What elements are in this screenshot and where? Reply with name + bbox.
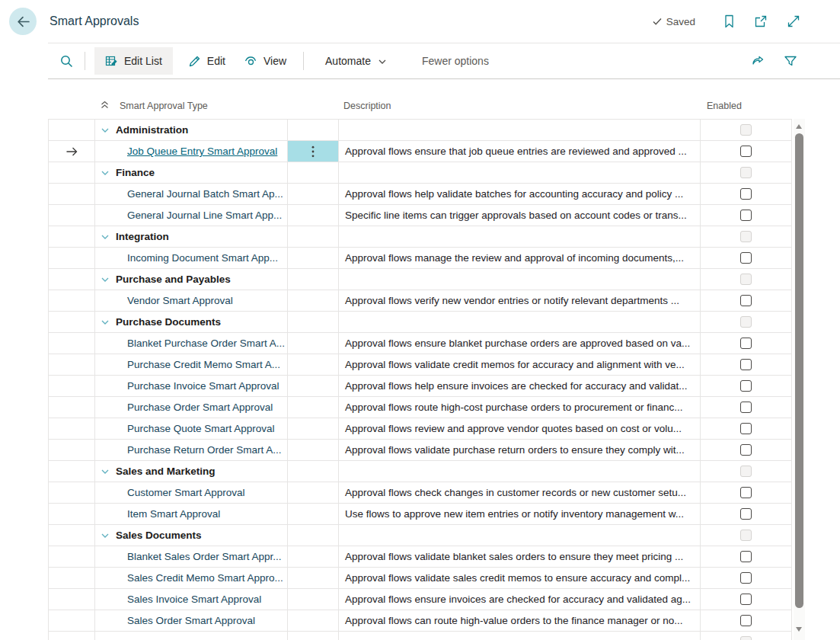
approval-type-label[interactable]: Customer Smart Approval: [127, 487, 245, 498]
enabled-checkbox[interactable]: [740, 252, 752, 264]
row-selector-cell[interactable]: [48, 461, 95, 482]
enabled-checkbox[interactable]: [740, 572, 752, 584]
description-cell[interactable]: Approval flows validate sales credit mem…: [339, 568, 701, 588]
description-cell[interactable]: Approval flows validate purchase return …: [339, 440, 701, 460]
row-selector-cell[interactable]: [48, 333, 95, 354]
smart-approval-type-cell[interactable]: Item Smart Approval: [95, 504, 288, 524]
smart-approval-type-cell[interactable]: Purchase Invoice Smart Approval: [95, 376, 288, 396]
approval-type-label[interactable]: Purchase Credit Memo Smart A...: [127, 359, 280, 370]
row-selector-cell[interactable]: [48, 312, 95, 332]
chevron-down-icon[interactable]: [100, 232, 110, 242]
chevron-down-icon[interactable]: [100, 466, 110, 477]
row-action-cell[interactable]: [288, 141, 339, 162]
filter-button[interactable]: [782, 53, 799, 69]
vertical-ellipsis-icon[interactable]: [311, 146, 315, 158]
smart-approval-type-cell[interactable]: Purchase Return Order Smart A...: [95, 440, 288, 460]
row-selector-cell[interactable]: [48, 546, 95, 567]
approval-type-label[interactable]: Purchase Quote Smart Approval: [127, 423, 275, 434]
row-selector-cell[interactable]: [48, 120, 95, 140]
enabled-checkbox[interactable]: [740, 188, 752, 200]
smart-approval-type-cell[interactable]: Sales Order Smart Approval: [95, 610, 288, 631]
row-selector-cell[interactable]: [48, 525, 95, 546]
row-selector-cell[interactable]: [48, 418, 95, 439]
approval-type-label[interactable]: Sales Invoice Smart Approval: [127, 594, 261, 605]
scroll-down-icon[interactable]: [796, 627, 802, 632]
description-cell[interactable]: Approval flows manage the review and app…: [339, 248, 701, 268]
enabled-checkbox[interactable]: [740, 402, 752, 413]
smart-approval-type-cell[interactable]: Finance: [95, 162, 288, 183]
smart-approval-type-cell[interactable]: Purchase Order Smart Approval: [95, 397, 288, 418]
description-cell[interactable]: Approval flows ensure blanket purchase o…: [339, 333, 701, 354]
approval-type-label[interactable]: Blanket Sales Order Smart Appr...: [127, 551, 282, 562]
row-selector-cell[interactable]: [48, 162, 95, 183]
back-button[interactable]: [9, 8, 37, 35]
row-selector-cell[interactable]: [48, 504, 95, 524]
approval-type-label[interactable]: Purchase Order Smart Approval: [127, 402, 273, 413]
chevron-down-icon[interactable]: [100, 274, 110, 285]
description-cell[interactable]: Approval flows validate blanket sales or…: [339, 546, 701, 567]
vertical-scrollbar[interactable]: [794, 119, 805, 640]
row-selector-cell[interactable]: [48, 568, 95, 588]
row-selector-cell[interactable]: [48, 440, 95, 460]
row-selector-cell[interactable]: [48, 482, 95, 503]
column-header-type[interactable]: Smart Approval Type: [120, 101, 208, 111]
enabled-checkbox[interactable]: [740, 359, 752, 370]
smart-approval-type-cell[interactable]: Integration: [95, 226, 288, 247]
description-cell[interactable]: Approval flows check changes in customer…: [339, 482, 701, 503]
enabled-checkbox[interactable]: [740, 487, 752, 498]
smart-approval-type-cell[interactable]: Customer Smart Approval: [95, 482, 288, 503]
smart-approval-type-cell[interactable]: Blanket Sales Order Smart Appr...: [95, 546, 288, 567]
approval-type-label[interactable]: General Journal Batch Smart Ap...: [127, 188, 283, 200]
smart-approval-type-cell[interactable]: General Journal Line Smart App...: [95, 205, 288, 226]
description-cell[interactable]: Approval flows verify new vendor entries…: [339, 290, 701, 311]
share-button[interactable]: [749, 53, 767, 69]
edit-list-button[interactable]: Edit List: [94, 47, 173, 75]
enabled-checkbox[interactable]: [740, 380, 752, 392]
description-cell[interactable]: Specific line items can trigger approval…: [339, 205, 701, 226]
enabled-checkbox[interactable]: [740, 551, 752, 562]
approval-type-label[interactable]: General Journal Line Smart App...: [127, 210, 282, 221]
row-selector-cell[interactable]: [48, 290, 95, 311]
chevron-down-icon[interactable]: [100, 125, 110, 136]
fewer-options-button[interactable]: Fewer options: [417, 47, 493, 75]
enabled-checkbox[interactable]: [740, 594, 752, 605]
automate-button[interactable]: Automate: [321, 47, 391, 75]
description-cell[interactable]: Use flows to approve new item entries or…: [339, 504, 701, 524]
enabled-checkbox[interactable]: [740, 338, 752, 349]
approval-type-label[interactable]: Incoming Document Smart App...: [127, 252, 278, 264]
row-selector-cell[interactable]: [48, 610, 95, 631]
description-cell[interactable]: Approval flows help ensure invoices are …: [339, 376, 701, 396]
approval-type-label[interactable]: Item Smart Approval: [127, 508, 220, 520]
description-cell[interactable]: Approval flows ensure that job queue ent…: [339, 141, 701, 162]
description-cell[interactable]: Approval flows ensure invoices are check…: [339, 589, 701, 610]
enabled-checkbox[interactable]: [740, 508, 752, 520]
column-header-enabled[interactable]: Enabled: [707, 101, 742, 111]
smart-approval-type-cell[interactable]: Blanket Purchase Order Smart A...: [95, 333, 288, 354]
smart-approval-type-cell[interactable]: Sales Documents: [95, 525, 288, 546]
description-cell[interactable]: Approval flows review and approve vendor…: [339, 418, 701, 439]
enabled-checkbox[interactable]: [740, 423, 752, 434]
smart-approval-type-cell[interactable]: Sales and Marketing: [95, 461, 288, 482]
description-cell[interactable]: Approval flows validate credit memos for…: [339, 354, 701, 375]
column-header-description[interactable]: Description: [343, 101, 391, 111]
approval-type-label[interactable]: Purchase Return Order Smart A...: [127, 444, 282, 456]
smart-approval-type-cell[interactable]: Incoming Document Smart App...: [95, 248, 288, 268]
enabled-checkbox[interactable]: [740, 444, 752, 456]
smart-approval-type-cell[interactable]: Purchase Documents: [95, 312, 288, 332]
chevron-down-icon[interactable]: [100, 530, 110, 541]
approval-type-label[interactable]: Vendor Smart Approval: [127, 295, 233, 306]
smart-approval-type-cell[interactable]: Purchase Credit Memo Smart A...: [95, 354, 288, 375]
approval-type-label[interactable]: Sales Order Smart Approval: [127, 615, 255, 626]
row-selector-cell[interactable]: [48, 589, 95, 610]
enabled-checkbox[interactable]: [740, 615, 752, 626]
chevron-down-icon[interactable]: [100, 317, 110, 328]
smart-approval-type-cell[interactable]: Sales Credit Memo Smart Appro...: [95, 568, 288, 588]
approval-type-label[interactable]: Purchase Invoice Smart Approval: [127, 380, 279, 392]
expand-button[interactable]: [785, 13, 802, 30]
smart-approval-type-cell[interactable]: Purchase and Payables: [95, 269, 288, 290]
approval-type-label[interactable]: Blanket Purchase Order Smart A...: [127, 338, 285, 349]
row-selector-cell[interactable]: [48, 376, 95, 396]
description-cell[interactable]: Approval flows help validate batches for…: [339, 184, 701, 204]
smart-approval-type-cell[interactable]: Sales Invoice Smart Approval: [95, 589, 288, 610]
search-button[interactable]: [48, 54, 85, 69]
